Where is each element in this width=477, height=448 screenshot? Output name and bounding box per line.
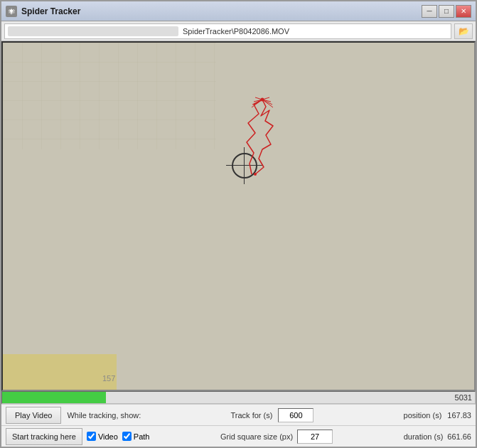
grid-overlay [3, 43, 216, 149]
controls-row-2: Start tracking here Video Path Grid squa… [1, 425, 476, 447]
video-checkbox-label[interactable]: Video [87, 432, 118, 441]
main-window: 🕷 Spider Tracker ─ □ ✕ SpiderTracker\P80… [0, 0, 477, 448]
folder-icon: 📂 [459, 26, 469, 36]
svg-line-8 [252, 100, 262, 105]
track-for-input[interactable] [278, 408, 313, 422]
app-icon: 🕷 [6, 6, 17, 17]
progress-value: 5031 [455, 393, 472, 402]
region-label: 157 [102, 374, 115, 383]
svg-line-11 [262, 100, 273, 107]
position-value: 167.83 [447, 411, 471, 420]
crosshair-horizontal [226, 165, 263, 166]
tracker-crosshair [232, 153, 257, 178]
start-tracking-button[interactable]: Start tracking here [6, 428, 82, 445]
svg-line-5 [262, 97, 269, 100]
svg-line-6 [254, 100, 262, 102]
file-path: SpiderTracker\P8042086.MOV [183, 27, 289, 36]
crosshair-vertical [244, 147, 245, 184]
window-controls: ─ □ ✕ [422, 5, 471, 18]
position-label: position (s) [404, 411, 442, 420]
minimize-button[interactable]: ─ [422, 5, 437, 18]
svg-rect-0 [3, 43, 216, 149]
video-checkbox[interactable] [87, 432, 96, 441]
address-field[interactable]: SpiderTracker\P8042086.MOV [4, 23, 451, 39]
yellow-region [3, 354, 117, 390]
crosshair-circle [232, 153, 257, 178]
progress-bar-container[interactable]: 5031 [1, 391, 476, 404]
track-for-label: Track for (s) [231, 411, 273, 420]
controls-row-1: Play Video While tracking, show: Track f… [1, 404, 476, 425]
duration-label: duration (s) [404, 432, 444, 441]
title-bar: 🕷 Spider Tracker ─ □ ✕ [1, 1, 476, 21]
grid-square-input[interactable] [297, 430, 333, 444]
duration-value: 661.66 [447, 432, 471, 441]
close-button[interactable]: ✕ [456, 5, 471, 18]
address-blurred [8, 26, 178, 36]
path-label: Path [134, 432, 150, 441]
folder-button[interactable]: 📂 [454, 23, 473, 39]
video-frame: 157 [3, 43, 474, 390]
svg-rect-1 [3, 43, 216, 149]
svg-point-3 [261, 98, 264, 102]
maximize-button[interactable]: □ [439, 5, 454, 18]
window-title: Spider Tracker [21, 6, 417, 16]
grid-square-label: Grid square size (px) [220, 432, 293, 441]
path-checkbox[interactable] [122, 432, 132, 441]
play-button[interactable]: Play Video [6, 407, 61, 424]
svg-line-4 [255, 97, 262, 100]
path-checkbox-label[interactable]: Path [122, 432, 150, 441]
address-bar: SpiderTracker\P8042086.MOV 📂 [1, 21, 476, 41]
video-area: 157 [1, 41, 476, 391]
progress-bar-fill [2, 392, 106, 403]
svg-line-9 [262, 100, 272, 105]
svg-line-7 [262, 100, 271, 102]
video-label: Video [98, 432, 118, 441]
svg-line-10 [252, 100, 262, 107]
while-tracking-label: While tracking, show: [67, 411, 141, 420]
